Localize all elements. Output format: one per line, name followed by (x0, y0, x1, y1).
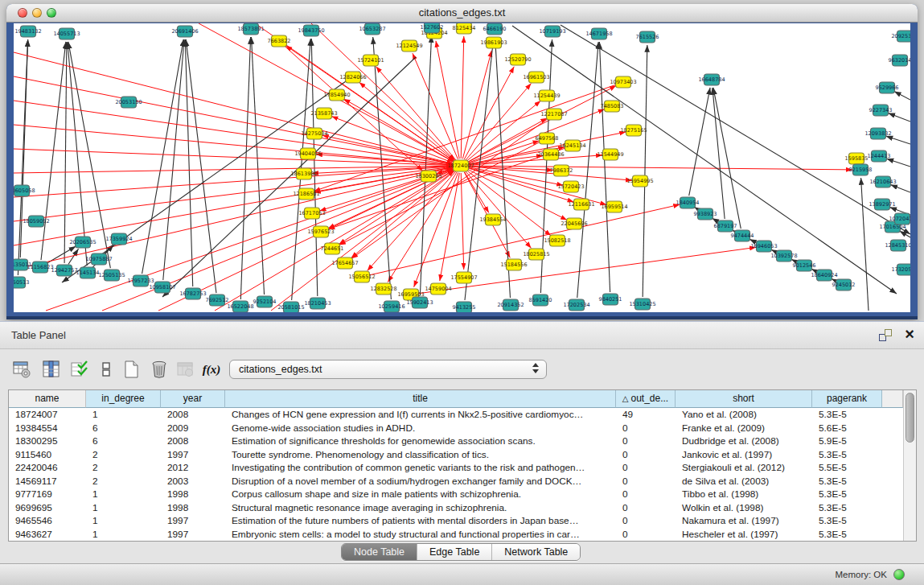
graph-node[interactable]: 18275165 (620, 125, 647, 136)
graph-node[interactable]: 19843750 (298, 25, 324, 36)
graph-node[interactable]: 9840251 (599, 294, 622, 305)
table-row[interactable]: 977716911998Corpus callosum shape and si… (9, 488, 903, 501)
graph-node[interactable]: 17202534 (563, 299, 589, 311)
graph-node[interactable]: 14671958 (585, 28, 612, 39)
graph-node[interactable]: 17854940 (323, 89, 350, 101)
graph-edge[interactable] (462, 51, 491, 159)
graph-edge[interactable] (888, 113, 910, 122)
graph-node[interactable]: 6466190 (483, 23, 507, 35)
graph-node[interactable]: 16522048 (227, 301, 253, 312)
graph-edge[interactable] (461, 36, 464, 159)
graph-node[interactable]: 8215958 (849, 164, 873, 175)
graph-edge[interactable] (311, 39, 318, 296)
graph-edge[interactable] (886, 159, 910, 167)
graph-node[interactable]: 7485083 (601, 101, 624, 112)
graph-edge[interactable] (14, 52, 453, 164)
graph-node[interactable]: 15082518 (544, 235, 570, 246)
graph-edge[interactable] (373, 37, 392, 299)
tab-edge-table[interactable]: Edge Table (417, 544, 491, 560)
column-header-title[interactable]: title (225, 390, 616, 408)
graph-node[interactable]: 15056512 (348, 271, 375, 282)
column-header-name[interactable]: name (9, 390, 86, 408)
column-header-year[interactable]: year (161, 390, 225, 408)
table-row[interactable]: 969969511998Structural magnetic resonanc… (9, 501, 903, 515)
graph-edge[interactable] (461, 173, 463, 270)
graph-node[interactable]: 1840954 (676, 197, 700, 208)
graph-node[interactable]: 12093832 (864, 128, 891, 139)
graph-node[interactable]: 16245134 (559, 140, 585, 151)
graph-node[interactable]: 14759004 (425, 283, 451, 295)
graph-node[interactable]: 20925342 (891, 31, 910, 42)
window-titlebar[interactable]: citations_edges.txt (6, 4, 918, 23)
table-row[interactable]: 1456911722003Disruption of a novel membe… (9, 475, 903, 488)
graph-node[interactable]: 12217087 (540, 109, 567, 120)
graph-edge[interactable] (252, 37, 265, 295)
graph-edge[interactable] (466, 171, 532, 249)
graph-node[interactable]: 18025815 (523, 249, 549, 260)
graph-node[interactable]: 16648784 (698, 74, 725, 85)
graph-node[interactable]: 15976523 (307, 226, 334, 237)
graph-node[interactable]: 20053150 (115, 97, 142, 108)
graph-node[interactable]: 9632014 (889, 55, 910, 66)
graph-node[interactable]: 7615526 (636, 31, 659, 43)
graph-node[interactable]: 11254439 (533, 90, 560, 101)
table-row[interactable]: 1830029562008Estimation of significance … (9, 435, 903, 448)
graph-edge[interactable] (643, 45, 647, 297)
graph-edge[interactable] (240, 37, 250, 299)
table-row[interactable]: 911546021997Tourette syndrome. Phenomeno… (9, 448, 903, 462)
graph-edge[interactable] (14, 125, 453, 165)
graph-edge[interactable] (68, 42, 87, 266)
graph-node[interactable]: 10973403 (610, 76, 636, 88)
graph-node[interactable]: 18573891 (237, 23, 264, 35)
graph-node[interactable]: 16717053 (298, 208, 325, 219)
graph-node[interactable]: 20914352 (497, 299, 524, 311)
graph-node[interactable]: 20605058 (14, 185, 35, 196)
graph-edge[interactable] (185, 39, 192, 286)
graph-edge[interactable] (186, 39, 216, 293)
tab-node-table[interactable]: Node Table (342, 544, 417, 560)
graph-edge[interactable] (886, 136, 910, 144)
select-rows-button[interactable] (68, 357, 92, 381)
graph-edge[interactable] (64, 42, 67, 263)
function-builder-button[interactable]: f(x) (199, 357, 224, 381)
graph-node[interactable]: 14055713 (53, 28, 80, 39)
graph-node[interactable]: 16961503 (523, 72, 549, 83)
graph-edge[interactable] (577, 42, 598, 298)
float-panel-icon[interactable] (879, 329, 892, 341)
delete-table-button[interactable] (174, 357, 198, 381)
graph-node[interactable]: 15310425 (629, 299, 655, 310)
graph-node[interactable]: 17654657 (331, 257, 358, 269)
row-height-button[interactable] (94, 357, 118, 381)
graph-edge[interactable] (18, 39, 27, 275)
table-scrollbar[interactable] (903, 390, 916, 541)
graph-node[interactable]: 17320568 (891, 264, 910, 275)
table-row[interactable]: 1872400712008Changes of HCN gene express… (9, 408, 903, 422)
graph-edge[interactable] (418, 247, 756, 293)
graph-node[interactable]: 20206535 (69, 237, 96, 248)
create-column-button[interactable] (119, 357, 143, 381)
graph-edge[interactable] (466, 171, 551, 236)
graph-node[interactable]: 13892971 (869, 199, 895, 210)
graph-node[interactable]: 10259416 (378, 301, 405, 312)
graph-edge[interactable] (368, 171, 456, 271)
scrollbar-thumb[interactable] (906, 393, 914, 443)
graph-node[interactable]: 10653287 (359, 23, 385, 35)
column-header-pagerank[interactable]: pagerank (812, 390, 882, 408)
delete-columns-button[interactable] (147, 357, 171, 381)
graph-edge[interactable] (900, 231, 910, 237)
graph-node[interactable]: 16959514 (601, 201, 627, 212)
graph-node[interactable]: 15720423 (557, 181, 584, 192)
graph-node[interactable]: 10392578 (770, 250, 797, 262)
table-settings-button[interactable] (10, 357, 34, 381)
graph-node[interactable]: 20581015 (277, 302, 304, 312)
graph-edge[interactable] (713, 88, 725, 219)
graph-node[interactable]: 15724101 (357, 55, 384, 66)
graph-node[interactable]: 12832528 (370, 283, 396, 295)
graph-edge[interactable] (344, 99, 455, 163)
network-canvas[interactable]: 1872400718124204812543419861903125207901… (14, 23, 910, 312)
table-row[interactable]: 946362711997Embryonic stem cells: a mode… (9, 528, 903, 542)
column-header-in-degree[interactable]: in_degree (86, 390, 161, 408)
graph-edge[interactable] (890, 185, 910, 192)
graph-edge[interactable] (894, 92, 910, 100)
graph-node[interactable]: 9413255 (453, 302, 476, 312)
